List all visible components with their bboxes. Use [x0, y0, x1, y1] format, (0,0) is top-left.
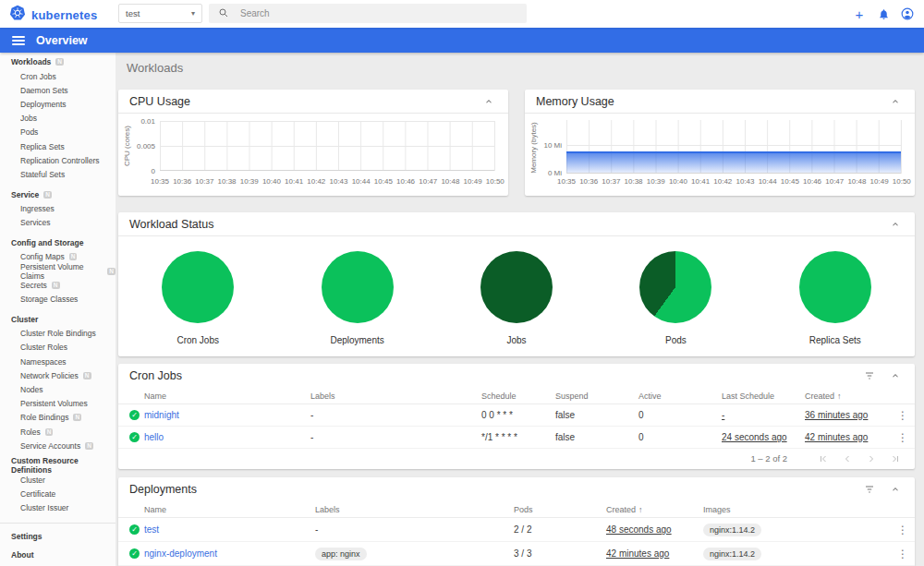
create-resource-button[interactable]: +: [852, 6, 867, 21]
cron-job-link[interactable]: hello: [144, 432, 310, 442]
sidebar-item-crd-cluster-issuer[interactable]: Cluster Issuer: [0, 501, 116, 515]
item-label: Cluster: [20, 476, 45, 485]
collapse-chevron-up-icon[interactable]: [887, 93, 904, 110]
pie-cell: Cron Jobs: [118, 251, 277, 345]
sidebar-item-persistent-volume-claims[interactable]: Persistent Volume ClaimsN: [0, 264, 116, 278]
cpu-plot-area: [160, 121, 495, 171]
sidebar-item-storage-classes[interactable]: Storage Classes: [0, 292, 116, 306]
y-tick: 0.005: [120, 142, 155, 151]
deployments-column-headers: Name Labels Pods Created↑ Images: [118, 501, 915, 518]
filter-icon[interactable]: [861, 481, 878, 498]
row-menu-kebab-icon[interactable]: ⋮: [891, 524, 915, 536]
image-chip: nginx:1.14.2: [703, 524, 761, 536]
collapse-chevron-up-icon[interactable]: [887, 367, 904, 384]
pagination-range: 1 – 2 of 2: [750, 453, 787, 464]
sidebar-item-cron-jobs[interactable]: Cron Jobs: [0, 69, 116, 83]
sidebar-item-service-accounts[interactable]: Service AccountsN: [0, 439, 116, 452]
next-page-icon[interactable]: [859, 451, 883, 467]
first-page-icon[interactable]: [811, 451, 835, 467]
sidebar-item-crd-cluster[interactable]: Cluster: [0, 473, 116, 487]
cell-labels: app: nginx: [315, 548, 514, 560]
sidebar-item-deployments[interactable]: Deployments: [0, 97, 116, 111]
deployment-link[interactable]: nginx-deployment: [144, 548, 315, 559]
sidebar-item-roles[interactable]: RolesN: [0, 425, 116, 439]
sidebar-item-cluster-role-bindings[interactable]: Cluster Role Bindings: [0, 327, 116, 341]
previous-page-icon[interactable]: [835, 451, 859, 467]
row-menu-kebab-icon[interactable]: ⋮: [891, 548, 915, 560]
item-label: Jobs: [20, 114, 37, 123]
sidebar-section-workloads[interactable]: Workloads N: [0, 54, 116, 69]
col-created-sorted[interactable]: Created↑: [805, 391, 891, 401]
filter-icon[interactable]: [861, 367, 878, 384]
search-input[interactable]: [240, 8, 499, 18]
kubernetes-helm-icon: [9, 5, 26, 25]
menu-hamburger-icon[interactable]: [12, 36, 25, 45]
y-tick: 0: [120, 167, 155, 175]
item-label: Ingresses: [20, 204, 55, 213]
col-pods[interactable]: Pods: [514, 505, 606, 514]
sidebar-item-network-policies[interactable]: Network PoliciesN: [0, 368, 116, 382]
last-page-icon[interactable]: [883, 451, 907, 467]
row-menu-kebab-icon[interactable]: ⋮: [891, 431, 915, 444]
pods-pie-chart: [639, 251, 711, 323]
sidebar-section-cluster[interactable]: Cluster: [0, 312, 116, 327]
sidebar-item-jobs[interactable]: Jobs: [0, 112, 116, 126]
item-label: Cluster Role Bindings: [20, 329, 96, 338]
col-labels[interactable]: Labels: [310, 391, 481, 401]
sidebar-item-cluster-roles[interactable]: Cluster Roles: [0, 341, 116, 355]
col-active[interactable]: Active: [638, 391, 722, 401]
cron-job-link[interactable]: midnight: [144, 410, 310, 420]
user-account-icon[interactable]: [900, 6, 915, 21]
col-suspend[interactable]: Suspend: [555, 391, 638, 401]
sidebar-item-settings[interactable]: Settings: [0, 527, 116, 546]
table-row: nginx-deployment app: nginx 3 / 3 42 min…: [118, 542, 915, 566]
row-menu-kebab-icon[interactable]: ⋮: [891, 409, 915, 422]
sidebar-nav: Workloads N Cron Jobs Daemon Sets Deploy…: [0, 53, 116, 566]
sidebar-item-role-bindings[interactable]: Role BindingsN: [0, 411, 116, 425]
x-tick: 10:46: [801, 177, 823, 186]
sidebar-section-custom-resource-definitions[interactable]: Custom Resource Definitions: [0, 458, 116, 473]
relative-time: 42 minutes ago: [606, 548, 669, 559]
cell-created: 48 seconds ago: [606, 524, 703, 535]
sidebar-item-services[interactable]: Services: [0, 216, 116, 230]
collapse-chevron-up-icon[interactable]: [887, 481, 904, 498]
sidebar-item-crd-certificate[interactable]: Certificate: [0, 488, 116, 501]
x-tick: 10:36: [578, 177, 600, 186]
sidebar-item-replication-controllers[interactable]: Replication Controllers: [0, 153, 116, 167]
collapse-chevron-up-icon[interactable]: [480, 93, 497, 110]
namespaced-badge: N: [55, 58, 64, 66]
col-last-schedule[interactable]: Last Schedule: [722, 391, 805, 401]
pie-cell: Jobs: [437, 251, 596, 345]
cell-pods: 3 / 3: [514, 548, 606, 559]
kubernetes-logo[interactable]: kubernetes: [9, 5, 97, 25]
sidebar-item-daemon-sets[interactable]: Daemon Sets: [0, 83, 116, 97]
notifications-bell-icon[interactable]: [876, 6, 891, 21]
status-ok-icon: [129, 410, 140, 420]
sidebar-item-ingresses[interactable]: Ingresses: [0, 202, 116, 216]
sidebar-item-replica-sets[interactable]: Replica Sets: [0, 139, 116, 153]
cell-schedule: */1 * * * *: [481, 432, 555, 442]
col-images[interactable]: Images: [703, 505, 891, 514]
pie-label: Replica Sets: [809, 335, 861, 345]
cron-jobs-title: Cron Jobs: [129, 369, 852, 382]
sidebar-section-config-and-storage[interactable]: Config and Storage: [0, 235, 116, 250]
deployment-link[interactable]: test: [144, 524, 315, 535]
col-schedule[interactable]: Schedule: [481, 391, 555, 401]
sidebar-item-pods[interactable]: Pods: [0, 126, 116, 139]
sidebar-section-service[interactable]: Service N: [0, 187, 116, 202]
sidebar-item-stateful-sets[interactable]: Stateful Sets: [0, 167, 116, 181]
x-tick: 10:49: [462, 177, 484, 186]
col-name[interactable]: Name: [144, 391, 310, 401]
sidebar-item-persistent-volumes[interactable]: Persistent Volumes: [0, 397, 116, 411]
namespace-select[interactable]: test ▾: [118, 4, 202, 23]
sidebar-item-namespaces[interactable]: Namespaces: [0, 355, 116, 368]
x-tick: 10:50: [484, 177, 506, 186]
sidebar-item-nodes[interactable]: Nodes: [0, 382, 116, 396]
col-name[interactable]: Name: [144, 505, 315, 514]
sidebar-item-about[interactable]: About: [0, 546, 116, 564]
page-title: Workloads: [127, 61, 183, 75]
col-labels[interactable]: Labels: [315, 505, 514, 514]
col-created-sorted[interactable]: Created↑: [606, 505, 703, 514]
x-tick: 10:48: [845, 177, 868, 186]
collapse-chevron-up-icon[interactable]: [887, 216, 904, 233]
